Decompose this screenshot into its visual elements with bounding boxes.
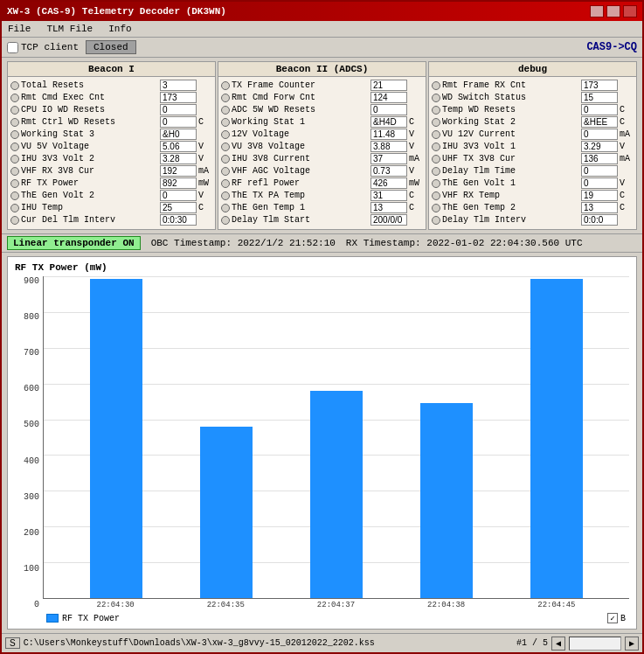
row-value[interactable] — [160, 214, 197, 226]
table-row: ThE Gen Temp 2 C — [432, 202, 634, 213]
row-unit: V — [409, 129, 423, 139]
tcp-client-label[interactable]: TCP client — [7, 42, 79, 53]
row-value[interactable] — [370, 116, 407, 128]
bar — [310, 391, 363, 598]
bar — [90, 279, 142, 598]
y-axis-label: 700 — [24, 348, 39, 358]
row-radio — [432, 130, 440, 139]
row-label: Rmt Ctrl WD Resets — [21, 117, 158, 127]
beacon1-panel: Beacon I Total Resets Rmt Cmd Exec Cnt C… — [7, 61, 216, 230]
row-value[interactable] — [370, 92, 407, 103]
minimize-button[interactable] — [590, 5, 604, 17]
row-value[interactable] — [370, 190, 407, 201]
row-value[interactable] — [160, 153, 197, 164]
table-row: Total Resets — [10, 80, 212, 91]
row-radio — [221, 143, 230, 151]
row-value[interactable] — [160, 92, 197, 103]
table-row: ThE Gen Temp 1 C — [221, 202, 423, 213]
row-radio — [221, 81, 230, 90]
row-radio — [10, 204, 19, 212]
table-row: Rmt Frame RX Cnt — [432, 80, 634, 91]
row-value[interactable] — [581, 177, 618, 189]
row-value[interactable] — [581, 116, 618, 128]
row-value[interactable] — [160, 177, 197, 189]
row-label: VU 5V Voltage — [21, 142, 158, 151]
table-row: ThE Gen Volt 1 V — [432, 177, 634, 189]
row-value[interactable] — [581, 129, 618, 140]
table-row: RF refl Power mW — [221, 177, 423, 189]
maximize-button[interactable] — [606, 5, 620, 17]
row-label: RF TX Power — [21, 178, 158, 188]
menu-file[interactable]: File — [5, 23, 33, 35]
row-label: Working Stat 2 — [442, 117, 579, 127]
row-value[interactable] — [581, 202, 618, 213]
row-value[interactable] — [160, 80, 197, 91]
table-row: VU 5V Voltage V — [10, 141, 212, 152]
close-button[interactable] — [623, 5, 637, 17]
row-value[interactable] — [581, 141, 618, 152]
row-unit: V — [409, 166, 423, 176]
row-value[interactable] — [370, 202, 407, 213]
row-value[interactable] — [160, 165, 197, 177]
bar — [420, 403, 473, 598]
row-label: ADC 5W WD Resets — [232, 105, 369, 115]
row-value[interactable] — [160, 116, 197, 128]
beacon2-content: TX Frame Counter Rmt Cmd Forw Cnt ADC 5W… — [218, 77, 426, 229]
row-value[interactable] — [370, 129, 407, 140]
row-value[interactable] — [160, 129, 197, 140]
row-radio — [10, 94, 19, 102]
table-row: Rmt Cmd Forw Cnt — [221, 92, 423, 103]
row-value[interactable] — [370, 214, 407, 226]
row-value[interactable] — [160, 141, 197, 152]
row-value[interactable] — [370, 104, 407, 115]
row-value[interactable] — [581, 165, 618, 177]
y-axis-label: 300 — [24, 492, 39, 502]
row-value[interactable] — [370, 141, 407, 152]
row-value[interactable] — [160, 202, 197, 213]
rx-timestamp: RX Timestamp: 2022-01-02 22:04:30.560 UT… — [346, 238, 583, 248]
row-value[interactable] — [160, 190, 197, 201]
y-axis: 9008007006005004003002001000 — [15, 276, 43, 609]
row-radio — [10, 155, 19, 164]
row-label: Working Stat 1 — [232, 117, 369, 127]
table-row: IHU 3V3 Volt 1 V — [432, 141, 634, 152]
table-row: VHF AGC Voltage V — [221, 165, 423, 177]
row-value[interactable] — [581, 104, 618, 115]
row-value[interactable] — [581, 80, 618, 91]
row-value[interactable] — [581, 214, 618, 226]
page-info: #1 / 5 — [516, 638, 548, 648]
table-row: VHF RX 3V8 Cur mA — [10, 165, 212, 177]
row-radio — [221, 204, 230, 212]
row-radio — [10, 106, 19, 115]
row-radio — [432, 179, 440, 188]
legend-label: RF TX Power — [62, 614, 120, 623]
row-value[interactable] — [370, 153, 407, 164]
row-value[interactable] — [581, 153, 618, 164]
s-button[interactable]: S — [5, 637, 20, 649]
scrollbar-track[interactable] — [569, 637, 621, 651]
nav-next-button[interactable]: ▶ — [625, 637, 639, 651]
table-row: VU 12V Current mA — [432, 129, 634, 140]
row-value[interactable] — [370, 177, 407, 189]
table-row: ADC 5W WD Resets — [221, 104, 423, 115]
legend-checkbox[interactable]: ✓ — [607, 613, 618, 623]
table-row: IHU 3V8 Current mA — [221, 153, 423, 164]
row-radio — [432, 155, 440, 164]
table-row: Working Stat 1 C — [221, 116, 423, 128]
tcp-client-checkbox[interactable] — [7, 42, 18, 53]
table-row: Temp WD Resets C — [432, 104, 634, 115]
row-value[interactable] — [581, 190, 618, 201]
nav-prev-button[interactable]: ◀ — [551, 637, 565, 651]
row-unit: V — [198, 154, 212, 164]
table-row: ThE Gen Volt 2 V — [10, 190, 212, 201]
menu-tlm-file[interactable]: TLM File — [44, 23, 95, 35]
row-radio — [221, 179, 230, 188]
row-label: UHF TX 3V8 Cur — [442, 154, 579, 164]
row-value[interactable] — [370, 165, 407, 177]
row-value[interactable] — [581, 92, 618, 103]
row-value[interactable] — [370, 80, 407, 91]
menu-info[interactable]: Info — [106, 23, 134, 35]
table-row: WD Switch Status — [432, 92, 634, 103]
y-axis-label: 400 — [24, 456, 39, 466]
row-value[interactable] — [160, 104, 197, 115]
